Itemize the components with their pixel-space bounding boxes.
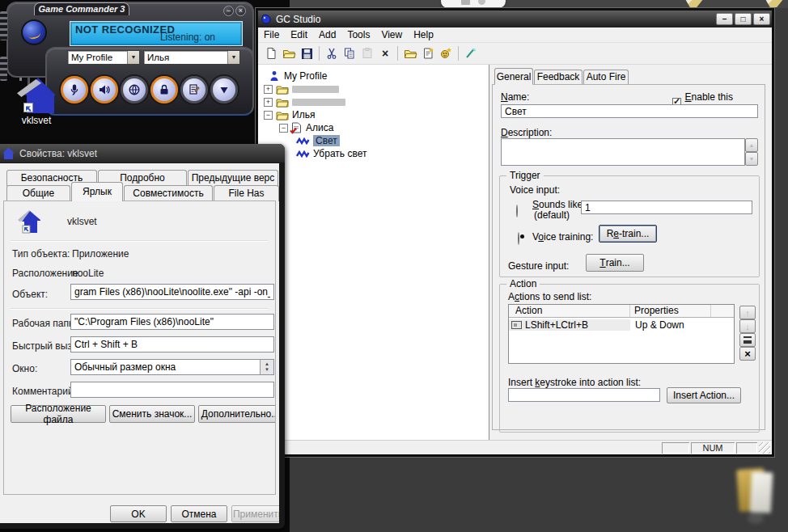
scroll-up-icon[interactable]: ▲: [745, 138, 758, 152]
menu-view[interactable]: View: [375, 29, 408, 40]
scroll-down-icon[interactable]: ▼: [745, 152, 758, 166]
collapse-toggle[interactable]: −: [264, 111, 273, 120]
tab-previous-versions[interactable]: Предыдущие верс: [188, 170, 278, 186]
collapse-toggle[interactable]: −: [279, 124, 288, 133]
triangle-down-icon: [217, 82, 231, 97]
chevron-down-icon[interactable]: ▼: [127, 51, 139, 64]
tree-item-ubrat-svet[interactable]: Убрать свет: [258, 147, 489, 160]
target-input[interactable]: [70, 284, 274, 300]
menu-help[interactable]: Help: [408, 29, 439, 40]
titlebar[interactable]: GC Studio – □ ×: [258, 11, 772, 27]
tab-compatibility[interactable]: Совместимость: [124, 185, 213, 201]
folder-icon: [276, 97, 289, 108]
properties-cell[interactable]: Up & Down: [630, 319, 684, 331]
action-legend: Action: [506, 278, 540, 289]
sounds-like-radio[interactable]: [516, 205, 518, 217]
desktop-shortcut-vklsvet[interactable]: [17, 78, 56, 113]
hotkey-input[interactable]: [70, 336, 274, 353]
delete-action-button[interactable]: ×: [739, 347, 756, 361]
tree-item-folder[interactable]: +: [258, 95, 489, 108]
expand-toggle[interactable]: +: [264, 98, 273, 107]
menu-tools[interactable]: Tools: [341, 29, 375, 40]
user-combo[interactable]: Илья ▼: [143, 50, 240, 65]
tab-auto-fire[interactable]: Auto Fire: [583, 70, 629, 84]
gc-logo-icon: [21, 19, 47, 45]
action-cell[interactable]: LShift+LCtrl+B: [509, 319, 630, 331]
open-profile-icon[interactable]: [402, 45, 418, 61]
name-input[interactable]: [501, 104, 758, 118]
speaker-button[interactable]: [91, 76, 118, 103]
cancel-button[interactable]: Отмена: [171, 505, 227, 522]
tree-item-folder[interactable]: +: [258, 82, 489, 95]
voice-training-radio[interactable]: [518, 232, 519, 245]
tab-feedback[interactable]: Feedback: [534, 70, 583, 84]
delete-icon[interactable]: ×: [377, 45, 393, 61]
desktop-shortcut-label[interactable]: vklsvet: [4, 115, 69, 126]
new-icon[interactable]: [263, 45, 279, 61]
working-dir-input[interactable]: [70, 314, 274, 330]
file-location-button[interactable]: Расположение файла: [11, 405, 106, 423]
folder-paper: [750, 471, 773, 513]
insert-action-button[interactable]: Insert Action...: [667, 387, 741, 403]
keyboard-icon: [511, 321, 522, 329]
chevron-down-icon[interactable]: ▼: [227, 51, 239, 64]
commands-button[interactable]: [180, 76, 208, 103]
toolbar-separator: [319, 46, 320, 61]
save-icon[interactable]: [299, 45, 315, 61]
column-properties[interactable]: Properties: [630, 305, 711, 317]
dialog-titlebar[interactable]: Свойства: vklsvet: [0, 144, 285, 163]
move-up-button: ↑: [739, 306, 756, 319]
actions-table[interactable]: Action Properties LShift+LCtrl+B Up & Do…: [508, 304, 735, 364]
expand-toggle[interactable]: +: [264, 85, 273, 94]
minimize-button[interactable]: –: [716, 13, 733, 25]
column-action[interactable]: Action: [509, 305, 630, 317]
listening-status: Listening: on: [160, 32, 215, 43]
tree-item-alisa[interactable]: − Алиса: [258, 121, 489, 134]
globe-button[interactable]: [121, 76, 148, 103]
minimize-button[interactable]: –: [223, 6, 234, 16]
properties-button[interactable]: [739, 333, 756, 347]
retrain-button[interactable]: Re-train...: [599, 225, 657, 243]
folder-icon[interactable]: [733, 462, 777, 527]
tab-general-ru[interactable]: Общие: [6, 185, 70, 201]
tree-item-my-profile[interactable]: My Profile: [258, 70, 489, 82]
train-button[interactable]: Train...: [586, 254, 644, 272]
insert-keystroke-input[interactable]: [508, 388, 660, 402]
change-icon-button[interactable]: Сменить значок...: [109, 405, 195, 423]
menu-file[interactable]: File: [258, 29, 285, 40]
cut-icon[interactable]: [324, 45, 340, 61]
tab-general[interactable]: General: [494, 68, 533, 85]
resize-grip[interactable]: [759, 442, 770, 454]
microphone-button[interactable]: [61, 76, 88, 103]
tree-item-svet[interactable]: Свет: [258, 134, 489, 147]
sounds-like-input[interactable]: [581, 201, 752, 214]
gc-title[interactable]: Game Commander 3: [34, 2, 129, 15]
voice-test-icon[interactable]: [463, 45, 479, 61]
main-area: My Profile + + − Илья: [258, 65, 772, 440]
description-scrollbar[interactable]: ▲ ▼: [745, 138, 758, 166]
unknown-icon: [461, 0, 470, 5]
comment-input[interactable]: [70, 382, 274, 398]
close-button[interactable]: ×: [235, 6, 246, 16]
tab-file-hash[interactable]: File Has: [214, 185, 279, 201]
maximize-button[interactable]: □: [735, 13, 752, 25]
lock-button[interactable]: [150, 76, 178, 103]
select-spinner[interactable]: ▲ ▼: [260, 360, 273, 374]
options-icon[interactable]: [438, 45, 454, 61]
ok-button[interactable]: OK: [110, 505, 167, 522]
close-button[interactable]: ×: [753, 13, 770, 25]
window-mode-select[interactable]: Обычный размер окна ▲ ▼: [70, 359, 274, 375]
menu-edit[interactable]: Edit: [285, 29, 313, 40]
copy-icon[interactable]: [341, 45, 358, 61]
description-box[interactable]: [501, 138, 745, 166]
tree-item-ilya[interactable]: − Илья: [258, 108, 489, 121]
open-icon[interactable]: [281, 45, 297, 61]
profile-combo[interactable]: My Profile ▼: [67, 50, 140, 65]
menu-add[interactable]: Add: [313, 29, 341, 40]
table-row[interactable]: LShift+LCtrl+B Up & Down: [509, 318, 734, 332]
voice-training-label: Voice training:: [532, 231, 593, 243]
expand-button[interactable]: [210, 76, 238, 103]
new-command-icon[interactable]: [420, 45, 436, 61]
tab-shortcut-active[interactable]: Ярлык: [71, 182, 123, 201]
advanced-button[interactable]: Дополнительно...: [198, 405, 276, 423]
